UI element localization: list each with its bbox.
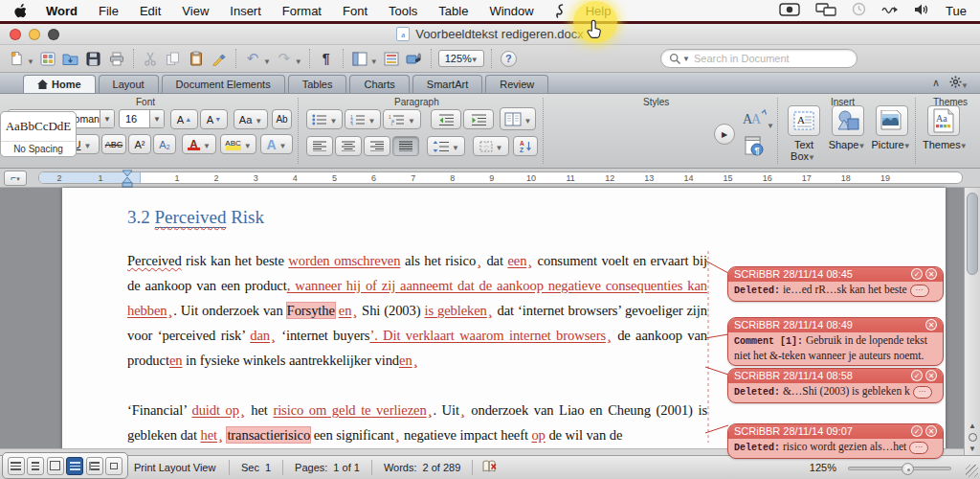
font-color-button[interactable]: A▼	[182, 134, 216, 154]
align-center-button[interactable]	[335, 136, 362, 156]
undo-dropdown[interactable]: ▼	[263, 57, 271, 66]
window-title-bar[interactable]: a Voorbeeldtekst redigeren.docx	[0, 24, 980, 45]
focus-view-button[interactable]	[105, 457, 122, 475]
menu-item[interactable]: Format	[272, 4, 332, 18]
comment-bubble[interactable]: SCRiBBR 28/11/14 08:49 ✓ ✕ Comment [1]: …	[727, 317, 944, 366]
expand-comment-button[interactable]: ···	[910, 285, 929, 297]
format-painter-icon[interactable]	[209, 49, 230, 68]
cut-icon[interactable]	[140, 49, 161, 68]
squiggle-icon[interactable]	[881, 4, 899, 18]
new-document-icon[interactable]	[6, 49, 27, 68]
scroll-down-icon[interactable]: ▼	[969, 445, 976, 453]
copy-icon[interactable]	[163, 49, 184, 68]
highlight-button[interactable]: ABC▼	[220, 134, 256, 154]
print-icon[interactable]	[106, 49, 127, 68]
superscript-button[interactable]: A²	[128, 134, 151, 154]
volume-icon[interactable]	[914, 3, 930, 19]
ribbon-tab[interactable]: Home	[23, 75, 96, 93]
zoom-select[interactable]: 125%▼	[438, 50, 484, 67]
menu-item[interactable]: Insert	[219, 4, 272, 18]
reject-change-icon[interactable]: ✕	[925, 319, 937, 331]
redo-icon[interactable]: ↷	[274, 49, 295, 68]
menu-item[interactable]: Edit	[129, 4, 171, 18]
font-size-select[interactable]: 16▼	[119, 109, 165, 128]
insert-shape-button[interactable]: Shape▼	[827, 105, 869, 150]
ribbon-tab[interactable]: SmartArt	[412, 75, 482, 93]
tab-stop-selector[interactable]: ⌐▾	[4, 171, 27, 186]
style-card[interactable]: AaBbCcDdE No Spacing	[0, 111, 77, 157]
pages-indicator[interactable]: Pages:1 of 1	[283, 460, 372, 475]
publishing-view-button[interactable]	[47, 457, 64, 475]
subscript-button[interactable]: A₂	[153, 134, 176, 154]
apple-menu-icon[interactable]	[13, 3, 26, 18]
accept-change-icon[interactable]: ✓	[911, 370, 923, 381]
outline-view-button[interactable]	[27, 457, 44, 475]
expand-comment-button[interactable]: ···	[909, 442, 928, 454]
record-icon[interactable]	[779, 3, 800, 19]
search-field[interactable]: ▼	[660, 49, 858, 68]
menu-item[interactable]: View	[171, 4, 219, 18]
undo-icon[interactable]: ↶	[242, 49, 263, 68]
new-document-dropdown[interactable]: ▼	[27, 57, 34, 66]
comment-bubble[interactable]: SCRiBBR 28/11/14 08:45 ✓ ✕ Deleted: ie…e…	[727, 266, 944, 302]
ribbon-tab[interactable]: Document Elements	[162, 75, 285, 93]
bullets-button[interactable]: ▼	[306, 109, 343, 129]
print-layout-view-button[interactable]	[66, 457, 83, 475]
displays-icon[interactable]	[815, 3, 836, 19]
menu-clock[interactable]: Tue	[946, 4, 967, 18]
redo-dropdown[interactable]: ▼	[295, 57, 302, 66]
multilevel-list-button[interactable]: 1ai▼	[383, 109, 421, 129]
view-sidebar-dropdown[interactable]: ▼	[370, 57, 378, 66]
accept-change-icon[interactable]: ✓	[911, 425, 923, 437]
ribbon-tab[interactable]: Layout	[99, 75, 159, 93]
comment-bubble[interactable]: SCRiBBR 28/11/14 09:07 ✓ ✕ Deleted: risi…	[727, 423, 944, 459]
justify-button[interactable]	[392, 136, 419, 156]
browse-object-icon[interactable]	[969, 433, 977, 442]
ribbon-tab[interactable]: Charts	[349, 75, 409, 93]
menu-item[interactable]: File	[88, 4, 129, 18]
horizontal-ruler[interactable]: 21 12345678910111213141516171819	[38, 171, 963, 184]
document-text[interactable]: 3.2 Perceived Risk Perceived risk kan he…	[127, 188, 707, 447]
borders-button[interactable]: ▼	[473, 136, 509, 156]
elements-gallery-icon[interactable]	[37, 49, 58, 68]
increase-indent-button[interactable]	[463, 109, 494, 129]
search-scope-dropdown[interactable]: ▼	[682, 55, 690, 63]
menu-item[interactable]: Table	[428, 4, 479, 18]
styles-pane-icon[interactable]: ¶	[745, 136, 764, 159]
insert-picture-button[interactable]: Picture▼	[871, 105, 913, 150]
reject-change-icon[interactable]: ✕	[925, 268, 937, 280]
reject-change-icon[interactable]: ✕	[925, 370, 937, 381]
clear-formatting-button[interactable]: Ab	[272, 109, 292, 129]
applescript-icon[interactable]	[545, 4, 575, 18]
ribbon-settings-gear-icon[interactable]: ▼	[949, 76, 970, 90]
vertical-scrollbar-thumb[interactable]	[967, 193, 978, 275]
grow-font-button[interactable]: A▲	[170, 109, 198, 129]
comment-bubble[interactable]: SCRiBBR 28/11/14 08:58 ✓ ✕ Deleted: &…Sh…	[727, 368, 944, 403]
view-mode-label[interactable]: Print Layout View	[134, 460, 230, 475]
themes-button[interactable]: Aa Themes▼	[923, 105, 965, 150]
reject-change-icon[interactable]: ✕	[925, 425, 937, 437]
media-browser-icon[interactable]	[404, 49, 425, 68]
shrink-font-button[interactable]: A▼	[200, 109, 228, 129]
toolbox-icon[interactable]	[381, 49, 402, 68]
strikethrough-button[interactable]: ABC	[101, 134, 126, 154]
resize-grip[interactable]	[966, 465, 978, 477]
search-input[interactable]	[694, 53, 849, 64]
menu-item[interactable]: Word	[35, 4, 88, 18]
view-sidebar-icon[interactable]	[349, 49, 370, 68]
paste-icon[interactable]	[186, 49, 207, 68]
menu-item[interactable]: Font	[332, 4, 378, 18]
scroll-up-icon[interactable]: ▲	[969, 422, 976, 430]
word-count-indicator[interactable]: Words:2 of 289	[372, 460, 473, 475]
sort-button[interactable]: AZ	[513, 136, 538, 156]
menu-item[interactable]: Window	[479, 4, 544, 18]
notebook-view-button[interactable]	[86, 457, 103, 475]
columns-button[interactable]: ▼	[500, 107, 536, 130]
expand-comment-button[interactable]: ···	[913, 386, 932, 399]
save-icon[interactable]	[83, 49, 104, 68]
text-effects-button[interactable]: A▼	[260, 134, 293, 154]
menu-item[interactable]: Tools	[378, 4, 428, 18]
draft-view-button[interactable]	[8, 457, 25, 475]
decrease-indent-button[interactable]	[431, 109, 461, 129]
vertical-scrollbar[interactable]: ▲ ▼	[964, 188, 980, 455]
